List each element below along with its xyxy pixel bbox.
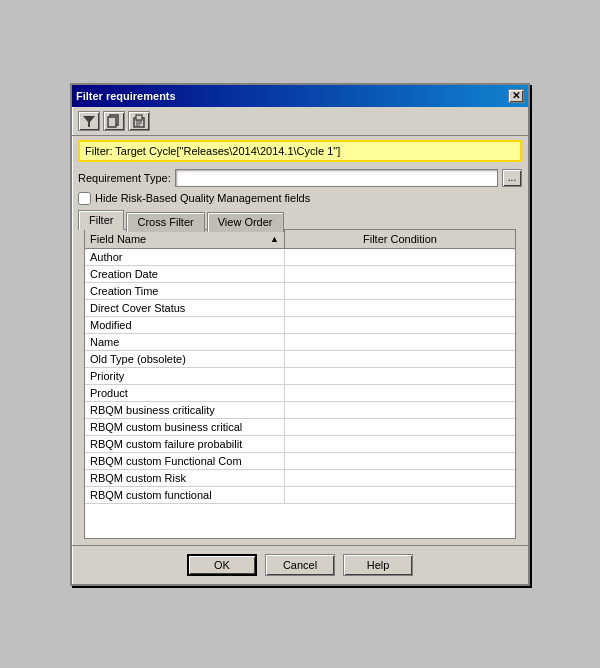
- hide-rbqm-row: Hide Risk-Based Quality Management field…: [72, 190, 528, 210]
- requirement-type-row: Requirement Type: ...: [72, 166, 528, 190]
- cell-filter-condition[interactable]: [285, 283, 515, 299]
- cell-filter-condition[interactable]: [285, 419, 515, 435]
- table-row[interactable]: Old Type (obsolete): [85, 351, 515, 368]
- cell-field-name: RBQM custom business critical: [85, 419, 285, 435]
- cell-field-name: Modified: [85, 317, 285, 333]
- hide-rbqm-label: Hide Risk-Based Quality Management field…: [95, 192, 310, 204]
- dialog-title: Filter requirements: [76, 90, 176, 102]
- tab-view-order[interactable]: View Order: [207, 212, 284, 232]
- cell-filter-condition[interactable]: [285, 317, 515, 333]
- paste-icon: [132, 114, 146, 128]
- filter-bar: Filter: Target Cycle["Releases\2014\2014…: [78, 140, 522, 162]
- filter-dialog: Filter requirements ✕ Filter: [70, 83, 530, 586]
- cell-field-name: Creation Time: [85, 283, 285, 299]
- cell-filter-condition[interactable]: [285, 351, 515, 367]
- table-row[interactable]: RBQM custom functional: [85, 487, 515, 504]
- ok-button[interactable]: OK: [187, 554, 257, 576]
- sort-arrow-icon: ▲: [270, 234, 279, 244]
- requirement-type-label: Requirement Type:: [78, 172, 171, 184]
- svg-rect-2: [108, 117, 116, 127]
- requirement-type-browse-button[interactable]: ...: [502, 169, 522, 187]
- col-field-label: Field Name: [90, 233, 146, 245]
- cell-field-name: RBQM custom Risk: [85, 470, 285, 486]
- requirement-type-input[interactable]: [175, 169, 498, 187]
- copy-icon: [107, 114, 121, 128]
- table-body: AuthorCreation DateCreation TimeDirect C…: [85, 249, 515, 538]
- hide-rbqm-checkbox[interactable]: [78, 192, 91, 205]
- cancel-button[interactable]: Cancel: [265, 554, 335, 576]
- table-row[interactable]: Modified: [85, 317, 515, 334]
- help-label: Help: [367, 559, 390, 571]
- table-row[interactable]: RBQM custom Risk: [85, 470, 515, 487]
- cell-filter-condition[interactable]: [285, 300, 515, 316]
- title-bar: Filter requirements ✕: [72, 85, 528, 107]
- tab-cross-filter-label: Cross Filter: [137, 216, 193, 228]
- svg-rect-4: [136, 115, 142, 120]
- col-condition-label: Filter Condition: [363, 233, 437, 245]
- cell-field-name: Direct Cover Status: [85, 300, 285, 316]
- cell-filter-condition[interactable]: [285, 402, 515, 418]
- table-row[interactable]: Product: [85, 385, 515, 402]
- table-row[interactable]: Author: [85, 249, 515, 266]
- cell-field-name: Name: [85, 334, 285, 350]
- cell-field-name: Product: [85, 385, 285, 401]
- cell-filter-condition[interactable]: [285, 470, 515, 486]
- cancel-label: Cancel: [283, 559, 317, 571]
- funnel-icon: [82, 114, 96, 128]
- table-header: Field Name ▲ Filter Condition: [85, 230, 515, 249]
- cell-field-name: Old Type (obsolete): [85, 351, 285, 367]
- table-row[interactable]: Creation Time: [85, 283, 515, 300]
- cell-field-name: RBQM business criticality: [85, 402, 285, 418]
- table-row[interactable]: RBQM business criticality: [85, 402, 515, 419]
- cell-filter-condition[interactable]: [285, 385, 515, 401]
- help-button[interactable]: Help: [343, 554, 413, 576]
- cell-field-name: Author: [85, 249, 285, 265]
- tabs-container: Filter Cross Filter View Order Field Nam…: [72, 210, 528, 539]
- cell-field-name: RBQM custom failure probabilit: [85, 436, 285, 452]
- svg-marker-0: [83, 116, 95, 127]
- toolbar: [72, 107, 528, 136]
- cell-filter-condition[interactable]: [285, 436, 515, 452]
- table-row[interactable]: Name: [85, 334, 515, 351]
- tab-filter[interactable]: Filter: [78, 210, 124, 230]
- cell-field-name: Priority: [85, 368, 285, 384]
- table-row[interactable]: Priority: [85, 368, 515, 385]
- cell-filter-condition[interactable]: [285, 368, 515, 384]
- filter-text: Filter: Target Cycle["Releases\2014\2014…: [85, 145, 340, 157]
- filter-table: Field Name ▲ Filter Condition AuthorCrea…: [84, 229, 516, 539]
- table-row[interactable]: RBQM custom Functional Com: [85, 453, 515, 470]
- tab-cross-filter[interactable]: Cross Filter: [126, 212, 204, 232]
- cell-field-name: Creation Date: [85, 266, 285, 282]
- cell-filter-condition[interactable]: [285, 334, 515, 350]
- cell-field-name: RBQM custom Functional Com: [85, 453, 285, 469]
- copy-toolbar-button[interactable]: [103, 111, 125, 131]
- tabs-row: Filter Cross Filter View Order: [78, 210, 522, 230]
- filter-toolbar-button[interactable]: [78, 111, 100, 131]
- cell-filter-condition[interactable]: [285, 487, 515, 503]
- table-row[interactable]: RBQM custom failure probabilit: [85, 436, 515, 453]
- ok-label: OK: [214, 559, 230, 571]
- cell-filter-condition[interactable]: [285, 453, 515, 469]
- cell-filter-condition[interactable]: [285, 266, 515, 282]
- table-row[interactable]: RBQM custom business critical: [85, 419, 515, 436]
- bottom-bar: OK Cancel Help: [72, 545, 528, 584]
- close-button[interactable]: ✕: [508, 89, 524, 103]
- col-field-name: Field Name ▲: [85, 230, 285, 248]
- table-row[interactable]: Creation Date: [85, 266, 515, 283]
- tab-view-order-label: View Order: [218, 216, 273, 228]
- cell-field-name: RBQM custom functional: [85, 487, 285, 503]
- tab-filter-label: Filter: [89, 214, 113, 226]
- paste-toolbar-button[interactable]: [128, 111, 150, 131]
- table-row[interactable]: Direct Cover Status: [85, 300, 515, 317]
- cell-filter-condition[interactable]: [285, 249, 515, 265]
- col-filter-condition: Filter Condition: [285, 230, 515, 248]
